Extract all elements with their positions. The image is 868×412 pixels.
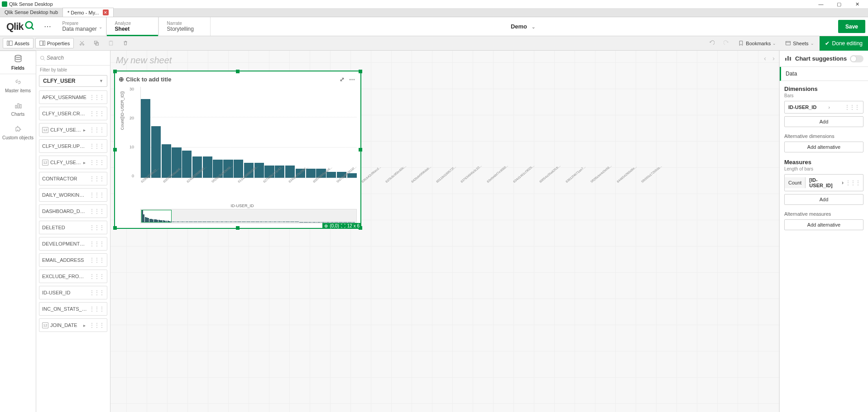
field-item[interactable]: DEVELOPMENT_TEAM⋮⋮⋮ [39,237,107,251]
grip-icon[interactable]: ⋮⋮⋮ [845,180,860,186]
chevron-right-icon[interactable]: ▸ [83,128,86,133]
svg-rect-15 [15,105,17,108]
field-item[interactable]: 12CLFY_USER.CR...▸⋮⋮⋮ [39,123,107,137]
add-dimension-button[interactable]: Add [784,116,863,127]
prev-sheet-button[interactable]: ‹ [764,54,766,62]
app-name-dropdown[interactable]: Demo ⌄ [511,23,535,30]
field-item[interactable]: EXCLUDE_FROM_U...⋮⋮⋮ [39,270,107,283]
measure-pill[interactable]: Count [ID-USER_ID] › ⋮⋮⋮ [784,174,863,191]
grip-icon[interactable]: ⋮⋮⋮ [89,322,104,328]
resize-handle[interactable] [359,70,362,73]
bar[interactable] [162,144,171,178]
grip-icon[interactable]: ⋮⋮⋮ [89,94,104,100]
grip-icon[interactable]: ⋮⋮⋮ [89,306,104,312]
field-item[interactable]: 12JOIN_DATE▸⋮⋮⋮ [39,318,107,332]
field-item[interactable]: DAILY_WORKING_H...⋮⋮⋮ [39,188,107,202]
field-item[interactable]: EMAIL_ADDRESS⋮⋮⋮ [39,253,107,267]
paste-button[interactable] [105,38,117,48]
resize-handle[interactable] [359,148,362,152]
svg-rect-22 [790,57,791,61]
field-item[interactable]: CLFY_USER.UPDAT...⋮⋮⋮ [39,139,107,153]
field-item[interactable]: INC_ON_STATS_DA...⋮⋮⋮ [39,302,107,316]
grip-icon[interactable]: ⋮⋮⋮ [89,192,104,198]
rail-fields[interactable]: Fields [0,51,36,74]
chevron-right-icon[interactable]: ▸ [83,323,86,328]
tab-hub[interactable]: Qlik Sense Desktop hub [0,8,63,17]
cut-button[interactable] [76,38,88,48]
add-alt-dimension-button[interactable]: Add alternative [784,142,863,152]
grip-icon[interactable]: ⋮⋮⋮ [89,289,104,296]
grip-icon[interactable]: ⋮⋮⋮ [89,175,104,182]
chevron-right-icon[interactable]: ▸ [83,160,86,165]
rail-custom-objects[interactable]: Custom objects [0,121,36,145]
delete-button[interactable] [119,38,132,48]
rail-master-items[interactable]: Master items [0,74,36,98]
grip-icon[interactable]: ⋮⋮⋮ [89,273,104,279]
analyze-menu[interactable]: Analyze Sheet [106,17,158,36]
next-sheet-button[interactable]: › [772,54,775,62]
add-alt-measure-button[interactable]: Add alternative [784,219,863,230]
bar[interactable] [141,99,150,178]
grip-icon[interactable]: ⋮⋮⋮ [89,224,104,231]
grip-icon[interactable]: ⋮⋮⋮ [89,159,104,166]
data-section-tab[interactable]: Data [780,67,868,81]
field-item[interactable]: CONTRACTOR⋮⋮⋮ [39,172,107,185]
chart-object[interactable]: ⊕ Click to add title ⤢ ⋯ Count([ID-USER_… [114,71,361,229]
bookmarks-dropdown[interactable]: Bookmarks ⌄ [734,38,780,48]
field-item[interactable]: APEX_USERNAME⋮⋮⋮ [39,90,107,104]
sheet-canvas[interactable]: My new sheet ‹ › ⊕ Click to add title ⤢ … [110,51,779,412]
narrate-menu[interactable]: Narrate Storytelling [158,17,211,36]
grip-icon[interactable]: ⋮⋮⋮ [89,110,104,117]
resize-handle[interactable] [236,226,240,230]
field-item[interactable]: DASHBOARD_DEFA...⋮⋮⋮ [39,204,107,218]
maximize-button[interactable]: ▢ [830,1,848,7]
prepare-menu[interactable]: Prepare Data manager ⌄ [54,17,106,36]
grip-icon[interactable]: ⋮⋮⋮ [89,208,104,214]
assets-icon [7,40,13,46]
tab-demo[interactable]: * Demo - My... ✕ [63,8,113,17]
svg-point-14 [15,55,21,57]
undo-button[interactable] [705,38,718,48]
add-measure-button[interactable]: Add [784,194,863,205]
grip-icon[interactable]: ⋮⋮⋮ [844,104,859,110]
resize-handle[interactable] [113,70,117,73]
tab-close-icon[interactable]: ✕ [103,9,109,15]
table-selector[interactable]: CLFY_USER ▼ [39,75,107,87]
sheet-title-input[interactable]: My new sheet [116,55,774,68]
chart-suggestions-icon [784,54,791,63]
resize-handle[interactable] [236,70,240,73]
grip-icon[interactable]: ⋮⋮⋮ [89,143,104,149]
chart-suggestions-toggle[interactable] [850,55,863,62]
hub-menu-button[interactable]: ⋯ [41,17,54,36]
search-input[interactable] [45,53,106,62]
app-logo[interactable]: Qlik [0,17,41,36]
minimize-button[interactable]: — [812,1,830,7]
chart-title-placeholder[interactable]: Click to add title [126,76,171,83]
search-box[interactable] [36,51,110,66]
close-window-button[interactable]: ✕ [848,1,866,7]
dimension-pill[interactable]: ID-USER_ID › ⋮⋮⋮ [784,101,863,114]
field-item[interactable]: 12CLFY_USER.UP...▸⋮⋮⋮ [39,156,107,169]
chart-minimap[interactable] [140,209,357,223]
analyze-label: Analyze [115,21,150,26]
save-button[interactable]: Save [838,20,865,33]
copy-button[interactable] [90,38,103,48]
properties-button[interactable]: Properties [35,38,74,48]
done-editing-button[interactable]: ✔ Done editing [820,36,868,51]
field-item[interactable]: DELETED⋮⋮⋮ [39,221,107,234]
chart-more-button[interactable]: ⋯ [347,74,357,84]
calendar-icon: 12 [42,127,48,133]
grip-icon[interactable]: ⋮⋮⋮ [89,257,104,263]
redo-button[interactable] [720,38,733,48]
assets-button[interactable]: Assets [3,38,34,48]
field-item[interactable]: CLFY_USER.CREATE...⋮⋮⋮ [39,107,107,120]
expand-chart-button[interactable]: ⤢ [337,74,347,84]
resize-handle[interactable] [113,148,117,152]
field-item[interactable]: ID-USER_ID⋮⋮⋮ [39,286,107,299]
window-title: Qlik Sense Desktop [9,1,53,7]
grip-icon[interactable]: ⋮⋮⋮ [89,127,104,133]
resize-handle[interactable] [113,226,117,230]
rail-charts[interactable]: Charts [0,98,36,121]
grip-icon[interactable]: ⋮⋮⋮ [89,241,104,247]
sheets-dropdown[interactable]: Sheets ⌄ [782,38,817,48]
